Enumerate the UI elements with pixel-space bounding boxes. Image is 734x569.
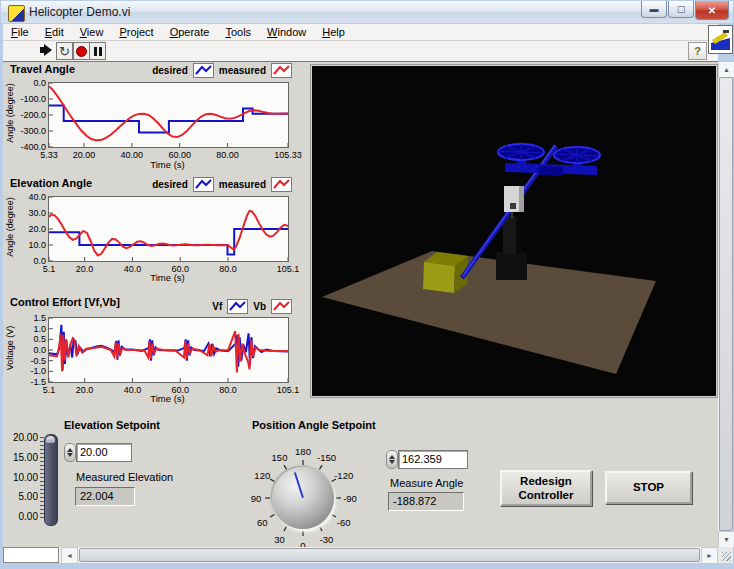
pedestal-column-shade [516, 216, 521, 254]
help-icon: ? [694, 45, 701, 57]
vi-icon [8, 5, 25, 22]
scroll-left-button[interactable]: ◄ [61, 547, 78, 564]
position-angle-spinner[interactable] [386, 450, 398, 469]
slider-scale-label: 20.00 [13, 432, 38, 443]
menu-item-window[interactable]: Window [259, 25, 314, 39]
elevation-setpoint-input[interactable]: 20.00 [76, 443, 132, 462]
travel-angle-legend[interactable]: desired measured [152, 63, 292, 78]
helicopter-3d-view[interactable] [310, 64, 718, 398]
knob-scale-label: -120 [334, 469, 353, 480]
vertical-scroll-thumb[interactable] [719, 77, 733, 531]
maximize-button[interactable]: ▢ [668, 1, 694, 18]
measure-angle-value: -188.872 [388, 492, 464, 511]
pause-icon [94, 47, 102, 56]
floor [322, 251, 656, 374]
legend-swatch-measured[interactable] [271, 177, 292, 192]
measure-angle-label: Measure Angle [390, 477, 463, 489]
menu-item-tools[interactable]: Tools [217, 25, 259, 39]
stop-button[interactable]: STOP [605, 471, 692, 504]
control-effort-plot: 5.120.040.060.080.0105.11.51.00.50.0-0.5… [48, 317, 289, 383]
knob-scale-label: -90 [343, 493, 357, 504]
close-button[interactable]: ✕ [695, 1, 729, 20]
scroll-up-button[interactable]: ▲ [718, 61, 734, 78]
chart-canvas [49, 83, 288, 147]
menu-item-view[interactable]: View [72, 25, 112, 39]
legend-label: desired [152, 65, 188, 76]
pivot-box-side [519, 186, 524, 212]
panel-order-box[interactable] [3, 547, 59, 563]
menu-item-edit[interactable]: Edit [37, 25, 72, 39]
left-rotor-spokes [500, 144, 542, 160]
run-icon [40, 44, 52, 56]
legend-swatch-measured[interactable] [271, 63, 292, 78]
elevation-angle-legend[interactable]: desired measured [152, 177, 292, 192]
menu-item-file[interactable]: File [3, 25, 37, 39]
legend-label: measured [219, 65, 266, 76]
pivot-hub [510, 203, 516, 209]
labview-logo-art [709, 26, 732, 53]
menu-item-project[interactable]: Project [111, 25, 161, 39]
legend-label: measured [219, 179, 266, 190]
title-bar[interactable]: Helicopter Demo.vi ▬ ▢ ✕ [1, 1, 733, 23]
slider-scale-label: 10.00 [13, 472, 38, 483]
menu-item-operate[interactable]: Operate [162, 25, 218, 39]
elevation-angle-plot: 5.120.040.060.080.0105.140.030.020.010.0… [48, 196, 289, 262]
labview-window: Helicopter Demo.vi ▬ ▢ ✕ FileEditViewPro… [0, 0, 734, 569]
window-buttons: ▬ ▢ ✕ [640, 1, 729, 20]
legend-label: Vf [212, 301, 222, 312]
horizontal-scroll-thumb[interactable] [79, 548, 700, 562]
horizontal-scrollbar[interactable]: ◄ ► [3, 547, 718, 563]
elevation-angle-y-label: Angle (degree) [5, 172, 15, 282]
toolbar: ↻ [3, 41, 718, 62]
labview-logo [708, 25, 733, 54]
legend-swatch-desired[interactable] [193, 63, 214, 78]
legend-swatch-desired[interactable] [193, 177, 214, 192]
position-angle-setpoint-label: Position Angle Setpoint [252, 419, 376, 431]
resize-corner[interactable] [718, 547, 733, 563]
elevation-slider-scale: 20.0015.0010.005.000.00 [4, 432, 38, 522]
knob-scale-label: 150 [272, 452, 288, 463]
menu-bar: FileEditViewProjectOperateToolsWindowHel… [3, 24, 718, 41]
legend-label: desired [152, 179, 188, 190]
legend-swatch-vf[interactable] [227, 299, 248, 314]
measured-elevation-value: 22.004 [75, 487, 135, 506]
minimize-button[interactable]: ▬ [641, 1, 667, 18]
chart-title-control-effort: Control Effort [Vf,Vb] [10, 296, 120, 308]
stop-button-label: STOP [633, 480, 664, 494]
scroll-down-button[interactable]: ▼ [718, 531, 734, 548]
travel-angle-y-label: Angle (degree) [5, 58, 15, 168]
redesign-button-line2: Controller [519, 488, 574, 502]
resize-grip-icon [722, 552, 731, 561]
slider-scale-label: 5.00 [19, 491, 38, 502]
run-button[interactable] [38, 42, 53, 58]
knob-scale-label: 30 [274, 533, 285, 544]
run-continuously-button[interactable]: ↻ [56, 42, 73, 60]
redesign-controller-button[interactable]: Redesign Controller [500, 470, 592, 506]
chart-title-elevation-angle: Elevation Angle [10, 177, 92, 189]
context-help-button[interactable]: ? [688, 42, 707, 60]
position-angle-input[interactable]: 162.359 [398, 450, 468, 469]
position-angle-knob[interactable]: 180150-150120-12090-9060-60300-30 [245, 437, 365, 547]
chart-canvas [49, 318, 288, 382]
vertical-scrollbar[interactable]: ▲ ▼ [718, 61, 733, 547]
knob-scale-label: 60 [257, 516, 268, 527]
pause-button[interactable] [89, 42, 106, 60]
knob-scale-label: 90 [251, 493, 262, 504]
redesign-button-line1: Redesign [520, 474, 572, 488]
slider-scale-label: 15.00 [13, 452, 38, 463]
window-title: Helicopter Demo.vi [29, 5, 130, 19]
knob-scale-label: -60 [337, 516, 351, 527]
scroll-right-button[interactable]: ► [701, 547, 718, 564]
control-effort-x-label: Time (s) [48, 393, 287, 404]
helicopter-3d-scene [311, 65, 715, 395]
slider-fill-top[interactable] [46, 436, 55, 443]
menu-item-help[interactable]: Help [314, 25, 353, 39]
knob-dial[interactable] [272, 467, 334, 529]
travel-angle-plot: 5.3320.0040.0060.0080.00105.330.0-100.0-… [48, 82, 289, 148]
control-effort-legend[interactable]: Vf Vb [212, 299, 292, 314]
elevation-setpoint-spinner[interactable] [64, 443, 76, 462]
control-effort-y-label: Voltage (V) [5, 293, 15, 403]
legend-swatch-vb[interactable] [271, 299, 292, 314]
elevation-setpoint-slider[interactable] [44, 434, 58, 526]
abort-button[interactable] [73, 42, 90, 60]
